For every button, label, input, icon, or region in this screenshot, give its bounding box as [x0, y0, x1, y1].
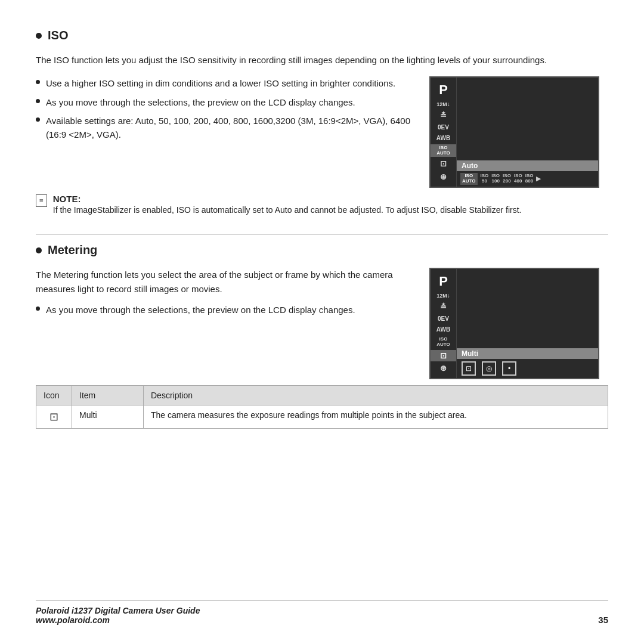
- iso-bullet-list: Use a higher ISO setting in dim conditio…: [36, 76, 417, 141]
- iso-sidebar-ev: 0EV: [431, 123, 456, 132]
- iso-option-800: ISO800: [525, 174, 534, 184]
- note-text-block: NOTE: If the ImageStabilizer is enabled,…: [53, 194, 522, 217]
- note-text: If the ImageStabilizer is enabled, ISO i…: [53, 205, 522, 215]
- iso-note-block: ≡ NOTE: If the ImageStabilizer is enable…: [36, 194, 608, 217]
- metering-title: Metering: [48, 243, 97, 257]
- metering-bullet-1: As you move through the selections, the …: [46, 303, 355, 317]
- iso-sidebar-mode: ⊡: [431, 158, 456, 170]
- metering-lcd-main: Multi ⊡ ◎ •: [457, 269, 598, 377]
- metering-bullet-list: As you move through the selections, the …: [36, 303, 417, 317]
- list-bullet: [36, 80, 40, 84]
- iso-lcd-screen: P 12M↓ ≛ 0EV AWB ISOAUTO ⊡ ⊛ Auto ISOAUT…: [429, 76, 599, 187]
- table-cell-item: Multi: [72, 405, 144, 428]
- iso-option-100: ISO100: [491, 174, 500, 184]
- metering-icon-center: ◎: [482, 361, 496, 376]
- metering-menu-label: Multi: [457, 348, 598, 359]
- table-row: ⊡ Multi The camera measures the exposure…: [36, 405, 608, 428]
- iso-option-more: ▶: [536, 175, 541, 182]
- iso-lcd-p: P: [435, 81, 451, 99]
- metering-sidebar-scene: ⊛: [431, 363, 456, 374]
- iso-sidebar-flash: ≛: [431, 110, 456, 122]
- metering-section-content: The Metering function lets you select th…: [36, 268, 608, 379]
- footer-brand: Polaroid i1237 Digital Camera User Guide…: [36, 606, 200, 625]
- iso-bullet: [36, 33, 42, 39]
- iso-option-200: ISO200: [503, 174, 511, 184]
- list-bullet: [36, 117, 40, 122]
- metering-sidebar-resolution: 12M↓: [431, 292, 456, 300]
- section-divider: [36, 234, 608, 235]
- metering-body-text: The Metering function lets you select th…: [36, 268, 417, 296]
- iso-text-col: Use a higher ISO setting in dim conditio…: [36, 76, 417, 187]
- metering-icon-multi: ⊡: [462, 361, 476, 376]
- page-number: 35: [598, 615, 608, 625]
- iso-lcd-top-area: [457, 78, 598, 160]
- iso-lcd-sidebar: P 12M↓ ≛ 0EV AWB ISOAUTO ⊡ ⊛: [431, 78, 457, 186]
- table-header-item: Item: [72, 385, 144, 405]
- metering-sidebar-meter: ⊡: [431, 350, 456, 362]
- metering-table: Icon Item Description ⊡ Multi The camera…: [36, 385, 608, 429]
- metering-sidebar-iso: ISOAUTO: [431, 336, 456, 349]
- iso-option-400: ISO400: [514, 174, 522, 184]
- table-header-description: Description: [144, 385, 608, 405]
- iso-section-heading: ISO: [36, 29, 608, 42]
- metering-sidebar-ev: 0EV: [431, 314, 456, 324]
- iso-sidebar-awb: AWB: [431, 134, 456, 143]
- iso-bullet-1: Use a higher ISO setting in dim conditio…: [46, 76, 395, 90]
- list-item: Use a higher ISO setting in dim conditio…: [36, 76, 417, 90]
- iso-lcd-main: Auto ISOAUTO ISO50 ISO100 ISO200 ISO400 …: [457, 78, 598, 186]
- list-bullet: [36, 306, 40, 311]
- iso-option-auto: ISOAUTO: [460, 173, 478, 185]
- iso-bullet-3: Available settings are: Auto, 50, 100, 2…: [46, 114, 417, 142]
- list-item: As you move through the selections, the …: [36, 303, 417, 317]
- note-icon: ≡: [36, 194, 47, 207]
- iso-bullet-2: As you move through the selections, the …: [46, 95, 355, 109]
- iso-lcd-display: P 12M↓ ≛ 0EV AWB ISOAUTO ⊡ ⊛ Auto ISOAUT…: [429, 76, 608, 187]
- metering-lcd-display: P 12M↓ ≛ 0EV AWB ISOAUTO ⊡ ⊛ Multi ⊡ ◎ •: [429, 268, 608, 379]
- metering-text-col: The Metering function lets you select th…: [36, 268, 417, 379]
- metering-sidebar-awb: AWB: [431, 325, 456, 335]
- metering-section-heading: Metering: [36, 243, 608, 257]
- footer-brand-line2: www.polaroid.com: [36, 615, 200, 625]
- table-header-icon: Icon: [36, 385, 72, 405]
- iso-body-text: The ISO function lets you adjust the ISO…: [36, 53, 608, 67]
- iso-sidebar-iso: ISOAUTO: [431, 144, 456, 157]
- table-cell-description: The camera measures the exposure reading…: [144, 405, 608, 428]
- metering-lcd-top-area: [457, 269, 598, 348]
- metering-icons-row: ⊡ ◎ •: [457, 359, 598, 378]
- iso-title: ISO: [48, 29, 68, 42]
- iso-options-row: ISOAUTO ISO50 ISO100 ISO200 ISO400 ISO80…: [457, 171, 598, 187]
- metering-lcd-p: P: [435, 273, 451, 290]
- list-item: As you move through the selections, the …: [36, 95, 417, 109]
- page-footer: Polaroid i1237 Digital Camera User Guide…: [36, 600, 608, 625]
- list-bullet: [36, 99, 40, 103]
- page: ISO The ISO function lets you adjust the…: [0, 0, 644, 644]
- footer-brand-line1: Polaroid i1237 Digital Camera User Guide: [36, 606, 200, 615]
- iso-sidebar-resolution: 12M↓: [431, 100, 456, 109]
- list-item: Available settings are: Auto, 50, 100, 2…: [36, 114, 417, 142]
- iso-option-50: ISO50: [481, 174, 489, 184]
- iso-menu-label: Auto: [457, 160, 598, 171]
- iso-sidebar-scene: ⊛: [431, 171, 456, 183]
- metering-lcd-sidebar: P 12M↓ ≛ 0EV AWB ISOAUTO ⊡ ⊛: [431, 269, 457, 377]
- note-label: NOTE:: [53, 194, 81, 204]
- metering-icon-spot: •: [502, 361, 516, 376]
- metering-sidebar-flash: ≛: [431, 301, 456, 313]
- metering-lcd-screen: P 12M↓ ≛ 0EV AWB ISOAUTO ⊡ ⊛ Multi ⊡ ◎ •: [429, 268, 599, 379]
- metering-bullet: [36, 247, 42, 253]
- table-cell-icon: ⊡: [36, 405, 72, 428]
- iso-section-content: Use a higher ISO setting in dim conditio…: [36, 76, 608, 187]
